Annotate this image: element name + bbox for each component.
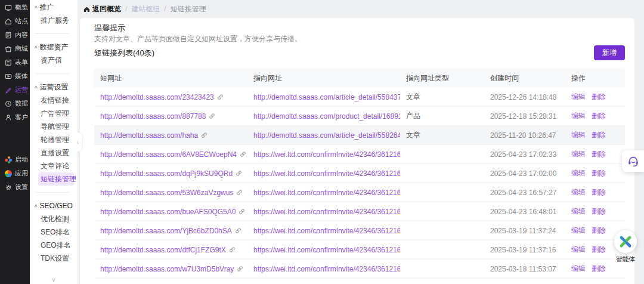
sidebar-item-friend-links[interactable]: 友情链接	[38, 94, 74, 107]
sidebar-item-carousel-management[interactable]: 轮播管理	[38, 133, 74, 146]
short-url-link[interactable]: http://demoltd.saaas.com/w7U3mD5bVray	[100, 265, 234, 273]
col-header-actions: 操作	[565, 73, 625, 84]
link-icon[interactable]	[236, 189, 243, 196]
target-url-link[interactable]: http://demoltd.saaas.com/product_detail/…	[253, 112, 400, 121]
sidebar-item-ad-management[interactable]: 广告管理	[38, 107, 74, 120]
sidebar-item-nav-management[interactable]: 导航管理	[38, 120, 74, 133]
sidebar-item-article-comments[interactable]: 文章评论	[38, 159, 74, 172]
list-title: 短链接列表(40条)	[94, 48, 154, 58]
sidebar-collapse-handle[interactable]: ‹	[74, 132, 82, 152]
secondary-sidebar: ∧ 推广 推广服务 ∧ 数据资产 资产值 ∧ 运营设置 友情链接 广告管理 导航…	[30, 0, 78, 284]
delete-link[interactable]: 删除	[592, 92, 606, 102]
delete-link[interactable]: 删除	[592, 264, 606, 274]
delete-link[interactable]: 删除	[592, 206, 606, 217]
link-icon[interactable]	[240, 151, 246, 158]
delete-link[interactable]: 删除	[592, 245, 606, 255]
short-url-link[interactable]: http://demoltd.saaas.com/23423423	[100, 93, 214, 101]
chevron-up-icon: ∧	[34, 45, 38, 50]
table-row: http://demoltd.saaas.com/bueAFS0QG5A0 ht…	[94, 202, 625, 221]
table-row: http://demoltd.saaas.com/dqPj9kSU9QRd ht…	[94, 164, 625, 183]
sidebar-item-geo-ranking[interactable]: GEO排名	[38, 239, 74, 252]
delete-link[interactable]: 删除	[592, 111, 606, 121]
section-promotion[interactable]: ∧ 推广	[30, 1, 78, 14]
target-url-link[interactable]: https://wei.ltd.com/confirmInvite/42346/…	[253, 208, 400, 216]
short-url-link[interactable]: http://demoltd.saaas.com/53W6zaVzgwus	[100, 189, 233, 197]
delete-link[interactable]: 删除	[592, 149, 606, 159]
scroll-down-chevron-icon[interactable]: ∨	[30, 276, 78, 283]
link-icon[interactable]	[209, 113, 215, 119]
link-icon[interactable]	[217, 94, 224, 100]
sidebar-item-shortlink-management[interactable]: 短链接管理	[38, 172, 74, 186]
short-url-link[interactable]: http://demoltd.saaas.com/887788	[100, 112, 206, 121]
primary-sidebar: 概览 站点 内容 商城 表单 媒体 运营 数据 客户 启动 应用	[0, 0, 30, 284]
target-url-link[interactable]: https://wei.ltd.com/confirmInvite/42346/…	[253, 189, 400, 197]
sidebar-item-site[interactable]: 站点	[0, 14, 30, 28]
short-url-link[interactable]: http://demoltd.saaas.com/dtfCj1FZG9tX	[100, 246, 226, 254]
link-icon[interactable]	[237, 266, 243, 272]
created-at: 2025-04-23 16:48:01	[484, 208, 565, 216]
target-url-link[interactable]: https://wei.ltd.com/confirmInvite/42346/…	[253, 265, 400, 273]
edit-link[interactable]: 编辑	[571, 206, 586, 217]
link-icon[interactable]	[229, 246, 236, 253]
agent-label: 智能体	[611, 255, 640, 264]
link-icon[interactable]	[236, 170, 242, 177]
link-icon[interactable]	[235, 227, 242, 234]
edit-link[interactable]: 编辑	[571, 149, 586, 159]
target-url-link[interactable]: https://wei.ltd.com/confirmInvite/42346/…	[253, 169, 400, 178]
short-url-link[interactable]: http://demoltd.saaas.com/6AV8ECWoepN4	[100, 150, 237, 159]
sidebar-item-settings[interactable]: 设置	[0, 180, 30, 194]
sidebar-item-launch[interactable]: 启动	[0, 153, 30, 166]
table-row: http://demoltd.saaas.com/YjBc6bZD0hSA ht…	[94, 221, 625, 240]
sidebar-item-asset-value[interactable]: 资产值	[38, 54, 74, 67]
section-operation-settings[interactable]: ∧ 运营设置	[30, 81, 78, 94]
customer-service-widget[interactable]	[622, 150, 644, 172]
sidebar-item-customer[interactable]: 客户	[0, 110, 30, 124]
sidebar-item-data[interactable]: 数据	[0, 97, 30, 110]
sidebar-item-promotion-service[interactable]: 推广服务	[38, 14, 74, 27]
edit-link[interactable]: 编辑	[571, 168, 586, 178]
edit-link[interactable]: 编辑	[571, 187, 586, 197]
short-url-link[interactable]: http://demoltd.saaas.com/dqPj9kSU9QRd	[100, 169, 233, 178]
target-url-link[interactable]: https://wei.ltd.com/confirmInvite/42346/…	[253, 150, 400, 159]
delete-link[interactable]: 删除	[592, 130, 606, 140]
breadcrumb-level2[interactable]: 建站枢纽	[131, 4, 160, 14]
sidebar-item-operation[interactable]: 运营	[0, 83, 30, 97]
sidebar-item-optimization-check[interactable]: 优化检测	[38, 212, 74, 226]
add-button[interactable]: 新增	[594, 45, 625, 60]
sidebar-item-form[interactable]: 表单	[0, 55, 30, 69]
sidebar-item-content[interactable]: 内容	[0, 28, 30, 42]
target-url-link[interactable]: http://demoltd.saaas.com/article_detail/…	[253, 131, 400, 140]
edit-link[interactable]: 编辑	[571, 111, 586, 121]
edit-link[interactable]: 编辑	[571, 226, 586, 236]
sidebar-item-live-settings[interactable]: 直播设置	[38, 146, 74, 159]
sidebar-item-mall[interactable]: 商城	[0, 42, 30, 55]
sidebar-item-seo-ranking[interactable]: SEO排名	[38, 226, 74, 239]
sidebar-item-overview[interactable]: 概览	[0, 1, 30, 14]
target-url-link[interactable]: https://wei.ltd.com/confirmInvite/42346/…	[253, 227, 400, 235]
edit-link[interactable]: 编辑	[571, 264, 586, 274]
edit-link[interactable]: 编辑	[571, 92, 586, 102]
delete-link[interactable]: 删除	[592, 187, 606, 197]
short-url-link[interactable]: http://demoltd.saaas.com/bueAFS0QG5A0	[100, 208, 236, 216]
delete-link[interactable]: 删除	[592, 168, 606, 178]
short-url-link[interactable]: http://demoltd.saaas.com/YjBc6bZD0hSA	[100, 227, 232, 235]
target-url-link[interactable]: https://wei.ltd.com/confirmInvite/42346/…	[253, 246, 400, 254]
overview-icon	[4, 4, 12, 11]
edit-link[interactable]: 编辑	[571, 130, 586, 140]
edit-link[interactable]: 编辑	[571, 245, 586, 255]
link-icon[interactable]	[239, 208, 245, 215]
sidebar-item-tdk-settings[interactable]: TDK设置	[38, 252, 74, 265]
breadcrumb-home-link[interactable]: 返回概览	[83, 4, 121, 14]
divider	[35, 33, 69, 34]
breadcrumb-current: 短链接管理	[171, 4, 206, 14]
delete-link[interactable]: 删除	[592, 226, 606, 236]
link-icon[interactable]	[201, 132, 208, 138]
sidebar-item-apps[interactable]: 应用	[0, 166, 30, 180]
short-url-link[interactable]: http://demoltd.saaas.com/haha	[100, 131, 198, 140]
sidebar-item-media[interactable]: 媒体	[0, 69, 30, 83]
agent-widget[interactable]: 智能体	[611, 230, 640, 264]
section-seo-geo[interactable]: ∧ SEO/GEO	[30, 199, 78, 212]
target-url-link[interactable]: http://demoltd.saaas.com/article_detail/…	[253, 93, 400, 101]
section-data-assets[interactable]: ∧ 数据资产	[30, 41, 78, 54]
breadcrumb: 返回概览 / 建站枢纽 / 短链接管理	[78, 0, 644, 18]
